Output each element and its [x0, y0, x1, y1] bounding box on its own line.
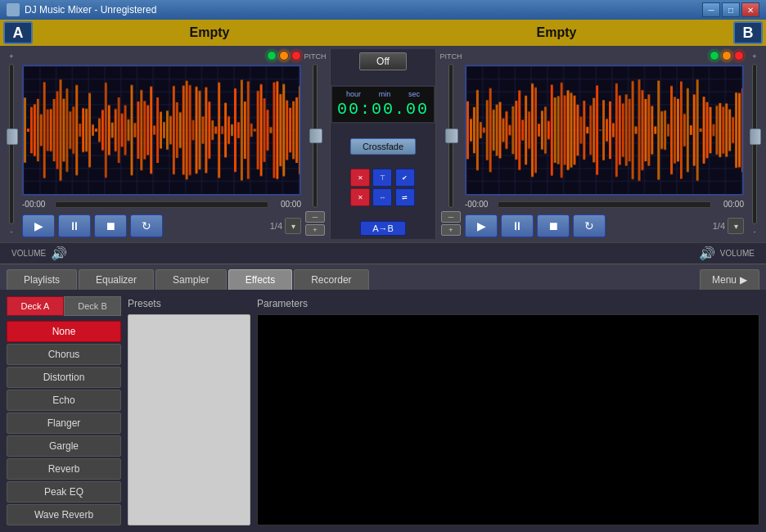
deck-b-transport: ▶ ⏸ ⏹ ↻ 1/4 ▾	[465, 213, 744, 239]
content-area: Deck A Deck B NoneChorusDistortionEchoFl…	[0, 290, 766, 532]
menu-label: Menu	[712, 274, 737, 286]
title-bar: DJ Music Mixer - Unregistered ─ □ ✕	[0, 0, 766, 20]
deck-a-pitch-slider[interactable]	[313, 64, 318, 208]
deck-b-pitch-plus[interactable]: +	[441, 224, 461, 236]
vol-thumb-a[interactable]	[7, 128, 18, 145]
deck-b-volume-slider[interactable]: + -	[746, 49, 763, 239]
deck-b-tempo-value: 1/4	[713, 221, 725, 231]
time-display-labels: hour min sec	[337, 90, 429, 98]
cf-btn-1[interactable]: ✕	[350, 169, 370, 187]
deck-a-loop-button[interactable]: ↻	[130, 214, 163, 237]
effect-item-distortion[interactable]: Distortion	[7, 367, 121, 388]
deck-a-stop-button[interactable]: ⏹	[94, 214, 127, 237]
effect-item-gargle[interactable]: Gargle	[7, 435, 121, 457]
minimize-button[interactable]: ─	[702, 2, 720, 17]
deck-a-pitch-buttons: ─ +	[305, 211, 325, 236]
cf-btn-3[interactable]: ✔	[395, 169, 415, 187]
deck-b-loop-button[interactable]: ↻	[573, 214, 606, 237]
vol-track-b[interactable]	[752, 64, 757, 224]
deck-area: + - -00:00	[0, 46, 766, 242]
deck-a-pause-button[interactable]: ⏸	[58, 214, 91, 237]
off-button[interactable]: Off	[359, 52, 407, 70]
nav-tabs: Playlists Equalizer Sampler Effects Reco…	[0, 264, 766, 290]
deck-a-time-row: -00:00 00:00	[22, 198, 301, 210]
track-b-name: Empty	[383, 25, 730, 40]
hour-label: hour	[346, 90, 361, 98]
deck-b-stop-button[interactable]: ⏹	[537, 214, 570, 237]
window-controls: ─ □ ✕	[702, 2, 759, 17]
parameters-label: Parameters	[257, 296, 759, 311]
deck-tab-b[interactable]: Deck B	[64, 296, 121, 316]
effect-item-wave-reverb[interactable]: Wave Reverb	[7, 504, 121, 525]
deck-a-pitch-plus[interactable]: +	[305, 224, 325, 236]
deck-a-tempo-arrow[interactable]: ▾	[285, 218, 301, 234]
waveform-canvas-a	[24, 66, 300, 194]
header-bar: A Empty Empty B	[0, 20, 766, 46]
deck-b-pause-button[interactable]: ⏸	[501, 214, 534, 237]
tab-sampler[interactable]: Sampler	[155, 269, 227, 290]
deck-a-time-bar[interactable]	[55, 201, 268, 208]
effect-item-none[interactable]: None	[7, 321, 121, 342]
deck-tab-a[interactable]: Deck A	[7, 296, 64, 316]
effect-item-echo[interactable]: Echo	[7, 390, 121, 411]
deck-a-top-row	[22, 49, 301, 62]
deck-a-label: A	[3, 21, 33, 44]
close-button[interactable]: ✕	[741, 2, 759, 17]
tab-recorder[interactable]: Recorder	[294, 269, 368, 290]
crossfade-button[interactable]: Crossfade	[350, 138, 416, 155]
effect-item-chorus[interactable]: Chorus	[7, 344, 121, 365]
deck-a-pitch-section: PITCH ─ +	[304, 49, 327, 239]
deck-b-tempo-arrow[interactable]: ▾	[728, 218, 744, 234]
menu-button[interactable]: Menu ▶	[700, 269, 759, 290]
deck-b-pitch-thumb[interactable]	[445, 128, 458, 143]
deck-b-play-button[interactable]: ▶	[465, 214, 498, 237]
vol-track-a[interactable]	[9, 64, 14, 224]
track-a-name: Empty	[36, 25, 383, 40]
deck-a-tempo: 1/4 ▾	[270, 218, 301, 234]
effect-item-peak-eq[interactable]: Peak EQ	[7, 481, 121, 503]
tab-effects[interactable]: Effects	[228, 269, 292, 290]
vol-thumb-b[interactable]	[750, 128, 761, 145]
deck-a-waveform[interactable]	[22, 65, 301, 196]
ab-button[interactable]: A→B	[360, 221, 406, 236]
deck-a-waveform-section: -00:00 00:00 ▶ ⏸ ⏹ ↻ 1/4 ▾	[22, 49, 301, 239]
deck-a-pitch-label: PITCH	[304, 52, 327, 61]
deck-a-play-button[interactable]: ▶	[22, 214, 55, 237]
deck-b-pitch-minus[interactable]: ─	[441, 211, 461, 223]
cf-btn-6[interactable]: ⇌	[395, 188, 415, 206]
cf-btn-4[interactable]: ✕	[350, 188, 370, 206]
deck-a-pitch-thumb[interactable]	[309, 128, 322, 143]
vol-icon-right: 🔊	[699, 246, 715, 261]
deck-b-waveform[interactable]	[465, 65, 744, 196]
effect-item-flanger[interactable]: Flanger	[7, 413, 121, 434]
led-green-a	[267, 51, 277, 61]
deck-b-pitch-slider[interactable]	[448, 64, 453, 208]
deck-b-pitch-buttons: ─ +	[441, 211, 461, 236]
deck-b-time-row: -00:00 00:00	[465, 198, 744, 210]
left-panel: Deck A Deck B NoneChorusDistortionEchoFl…	[7, 296, 121, 525]
deck-b-label: B	[733, 21, 763, 44]
deck-b-time-end: 00:00	[714, 200, 744, 209]
maximize-button[interactable]: □	[722, 2, 740, 17]
cf-btn-2[interactable]: ⊤	[372, 169, 392, 187]
presets-box[interactable]	[128, 314, 250, 525]
tab-playlists[interactable]: Playlists	[7, 269, 77, 290]
led-red-b	[734, 51, 744, 61]
cf-btn-5[interactable]: ↔	[372, 188, 392, 206]
led-green-b	[710, 51, 719, 61]
deck-b-top-row	[465, 49, 744, 62]
waveform-canvas-b	[466, 66, 742, 194]
deck-a-pitch-minus[interactable]: ─	[305, 211, 325, 223]
deck-a-tempo-value: 1/4	[270, 221, 282, 231]
deck-selector-tabs: Deck A Deck B	[7, 296, 121, 316]
tab-equalizer[interactable]: Equalizer	[79, 269, 154, 290]
deck-b-time-bar[interactable]	[498, 201, 711, 208]
deck-b-waveform-section: -00:00 00:00 ▶ ⏸ ⏹ ↻ 1/4 ▾	[465, 49, 744, 239]
deck-b-tempo: 1/4 ▾	[713, 218, 744, 234]
vol-label-left: VOLUME	[11, 249, 46, 258]
volume-row: VOLUME 🔊 🔊 VOLUME	[0, 242, 766, 264]
effect-item-reverb[interactable]: Reverb	[7, 458, 121, 480]
led-orange-b	[722, 51, 732, 61]
deck-a-transport: ▶ ⏸ ⏹ ↻ 1/4 ▾	[22, 213, 301, 239]
deck-a-volume-slider[interactable]: + -	[3, 49, 20, 239]
